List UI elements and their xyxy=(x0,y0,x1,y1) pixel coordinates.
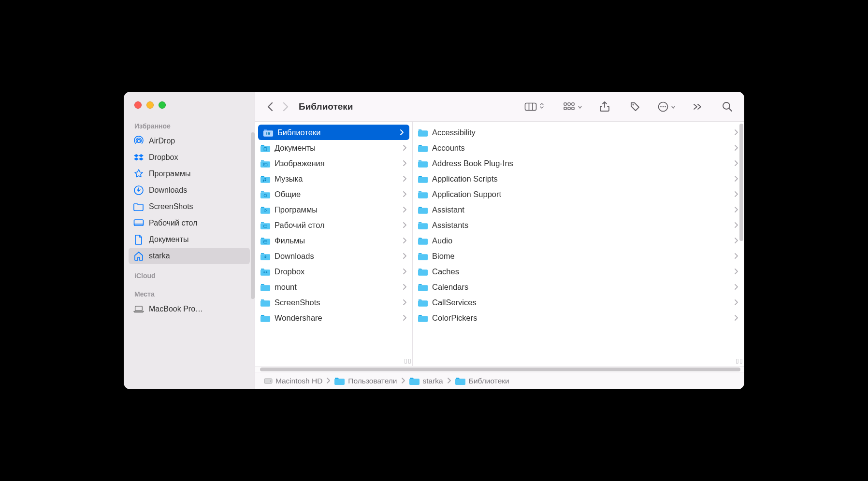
sidebar-item[interactable]: Dropbox xyxy=(129,149,250,166)
folder-row[interactable]: Программы xyxy=(255,202,412,217)
nav-back-button[interactable] xyxy=(264,99,276,114)
svg-rect-13 xyxy=(572,107,574,110)
folder-row[interactable]: Библиотеки xyxy=(258,125,409,140)
folder-label: Caches xyxy=(432,266,730,277)
folder-label: Application Scripts xyxy=(432,173,730,184)
sidebar-item-label: Документы xyxy=(149,235,188,244)
folder-row[interactable]: Application Support xyxy=(413,186,744,202)
folder-icon xyxy=(334,376,345,385)
folder-row[interactable]: Downloads xyxy=(255,248,412,264)
column-scrollbar[interactable] xyxy=(739,124,743,241)
folder-row[interactable]: Dropbox xyxy=(255,264,412,279)
sidebar-item[interactable]: MacBook Pro… xyxy=(129,301,250,317)
folder-row[interactable]: Wondershare xyxy=(255,310,412,325)
folder-row[interactable]: Фильмы xyxy=(255,233,412,248)
action-menu-button[interactable] xyxy=(658,101,676,112)
svg-rect-23 xyxy=(268,132,269,135)
path-segment-label: Библиотеки xyxy=(469,377,509,385)
search-button[interactable] xyxy=(719,99,736,114)
folder-icon xyxy=(418,143,428,152)
sidebar: ИзбранноеAirDropDropboxПрограммыDownload… xyxy=(124,92,255,389)
doc-icon xyxy=(133,234,144,245)
svg-rect-22 xyxy=(266,132,267,135)
folder-row[interactable]: Caches xyxy=(413,264,744,279)
horizontal-scrollbar-track[interactable] xyxy=(255,366,744,372)
folder-label: Общие xyxy=(275,188,399,200)
folder-row[interactable]: Изображения xyxy=(255,156,412,171)
horizontal-scrollbar-thumb[interactable] xyxy=(260,368,740,371)
view-mode-button[interactable] xyxy=(524,102,544,112)
sidebar-item[interactable]: Downloads xyxy=(129,182,250,198)
laptop-icon xyxy=(133,304,144,314)
chevron-down-icon xyxy=(578,102,582,111)
svg-rect-50 xyxy=(418,223,428,229)
tags-button[interactable] xyxy=(627,99,643,114)
chevron-right-icon xyxy=(403,236,408,245)
chevron-right-icon xyxy=(403,313,408,323)
svg-rect-12 xyxy=(568,107,570,110)
path-segment[interactable]: Пользователи xyxy=(334,376,397,385)
sidebar-item[interactable]: AirDrop xyxy=(129,133,250,149)
folder-row[interactable]: Address Book Plug-Ins xyxy=(413,156,744,171)
folder-icon xyxy=(260,221,271,229)
sidebar-section-title: Места xyxy=(124,287,255,301)
folder-icon xyxy=(418,205,428,214)
column-resize-handle[interactable]: ▯▯ xyxy=(404,357,412,364)
close-window-button[interactable] xyxy=(134,101,142,109)
sidebar-item[interactable]: Программы xyxy=(129,166,250,182)
sidebar-item[interactable]: Документы xyxy=(129,231,250,248)
svg-rect-40 xyxy=(260,269,270,275)
sidebar-item[interactable]: starka xyxy=(129,248,250,264)
folder-row[interactable]: Application Scripts xyxy=(413,171,744,186)
sidebar-item-label: AirDrop xyxy=(149,137,175,145)
path-segment[interactable]: starka xyxy=(409,376,443,385)
sidebar-item-label: Программы xyxy=(149,170,190,178)
folder-row[interactable]: CallServices xyxy=(413,295,744,310)
folder-row[interactable]: Музыка xyxy=(255,171,412,186)
folder-row[interactable]: Biome xyxy=(413,248,744,264)
folder-row[interactable]: Assistants xyxy=(413,217,744,233)
folder-row[interactable]: ScreenShots xyxy=(255,295,412,310)
overflow-button[interactable] xyxy=(690,99,705,114)
sidebar-scrollbar[interactable] xyxy=(251,132,255,299)
folder-row[interactable]: Accessibility xyxy=(413,125,744,140)
path-segment[interactable]: Macintosh HD xyxy=(264,377,322,385)
path-segment-label: Пользователи xyxy=(348,377,397,385)
folder-row[interactable]: Документы xyxy=(255,140,412,156)
column-resize-handle[interactable]: ▯▯ xyxy=(736,357,743,364)
folder-row[interactable]: Общие xyxy=(255,186,412,202)
path-segment[interactable]: Библиотеки xyxy=(455,376,509,385)
svg-line-20 xyxy=(729,108,732,111)
path-bar: Macintosh HDПользователиstarkaБиблиотеки xyxy=(255,372,744,389)
svg-rect-31 xyxy=(260,192,270,198)
folder-label: Wondershare xyxy=(275,312,399,324)
sidebar-item[interactable]: ScreenShots xyxy=(129,198,250,215)
sidebar-item[interactable]: Рабочий стол xyxy=(129,215,250,231)
chevron-right-icon xyxy=(734,283,740,292)
chevron-right-icon xyxy=(400,377,406,385)
folder-row[interactable]: ColorPickers xyxy=(413,310,744,325)
column-2[interactable]: AccessibilityAccountsAddress Book Plug-I… xyxy=(413,122,744,366)
share-button[interactable] xyxy=(597,99,612,114)
folder-icon xyxy=(260,143,271,152)
folder-label: Biome xyxy=(432,250,730,262)
column-1[interactable]: БиблиотекиДокументыИзображенияМузыкаОбщи… xyxy=(255,122,413,366)
svg-rect-61 xyxy=(455,379,465,385)
minimize-window-button[interactable] xyxy=(146,101,154,109)
nav-forward-button[interactable] xyxy=(279,99,292,114)
chevron-right-icon xyxy=(403,174,408,184)
svg-rect-36 xyxy=(260,239,270,244)
folder-row[interactable]: Calendars xyxy=(413,279,744,295)
fullscreen-window-button[interactable] xyxy=(159,101,166,109)
folder-row[interactable]: Рабочий стол xyxy=(255,217,412,233)
svg-rect-44 xyxy=(418,130,428,136)
folder-row[interactable]: Assistant xyxy=(413,202,744,217)
path-segment-label: starka xyxy=(423,377,443,385)
folder-icon xyxy=(455,376,466,385)
folder-row[interactable]: Audio xyxy=(413,233,744,248)
sidebar-section-title: iCloud xyxy=(124,269,255,283)
group-by-button[interactable] xyxy=(564,102,582,111)
sidebar-item-label: MacBook Pro… xyxy=(149,305,203,313)
folder-row[interactable]: Accounts xyxy=(413,140,744,156)
folder-row[interactable]: mount xyxy=(255,279,412,295)
